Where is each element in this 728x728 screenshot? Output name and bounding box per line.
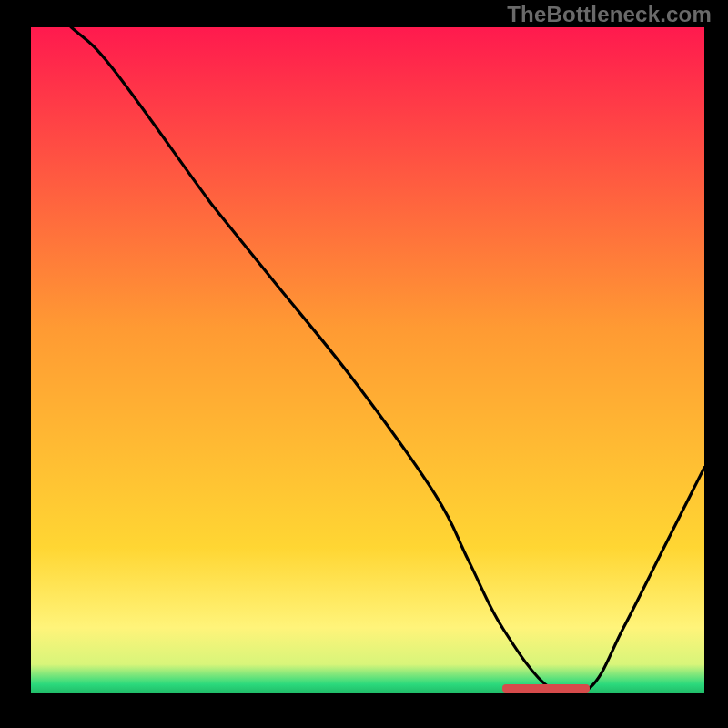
bottleneck-curve xyxy=(31,27,704,694)
watermark-label: TheBottleneck.com xyxy=(507,2,712,27)
optimal-range-marker xyxy=(502,684,590,693)
y-axis xyxy=(24,27,31,701)
chart-container: { "watermark": "TheBottleneck.com", "col… xyxy=(0,0,728,728)
x-axis xyxy=(24,693,704,701)
plot-area xyxy=(31,27,704,694)
